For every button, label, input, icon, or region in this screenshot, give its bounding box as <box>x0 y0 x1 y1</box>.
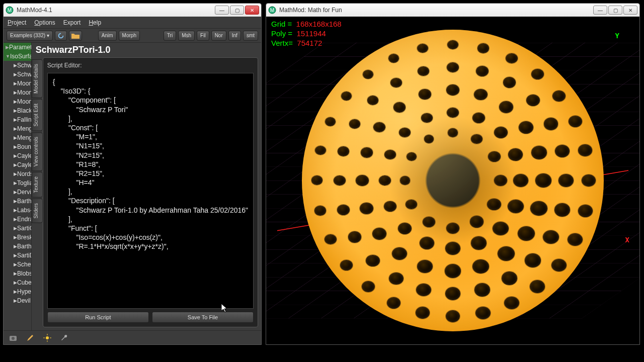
tree-item[interactable]: ▶Schwarz <box>4 61 31 70</box>
wrench-icon[interactable] <box>60 333 69 342</box>
msh-button[interactable]: Msh <box>178 31 195 41</box>
tree-item[interactable]: ▶SartiDodecic <box>4 251 31 260</box>
svg-text:M: M <box>270 8 274 13</box>
close-button[interactable]: ✕ <box>623 6 637 15</box>
save-to-file-button[interactable]: Save To File <box>152 312 254 323</box>
sun-icon[interactable] <box>43 333 52 342</box>
menu-project[interactable]: Project <box>8 19 26 26</box>
examples-dropdown[interactable]: Examples (332) ▾ <box>7 31 53 41</box>
stats-overlay: Grid = 168x168x168 Poly = 1511944 Vertx=… <box>271 20 342 48</box>
side-tab[interactable]: Model details <box>32 59 43 98</box>
tree-item[interactable]: ▶Moon <box>4 79 31 88</box>
tree-item[interactable]: ▶Cayley_2 <box>4 160 31 169</box>
inf-button[interactable]: Inf <box>228 31 241 41</box>
tree-item[interactable]: ▶SartiOctic <box>4 224 31 233</box>
menu-export[interactable]: Export <box>63 19 81 26</box>
minimize-button[interactable]: — <box>593 6 607 15</box>
tree-item[interactable]: ▶FallingDrop <box>4 115 31 124</box>
tree-item[interactable]: ▶Barth-sextic <box>4 197 31 206</box>
titlebar-right[interactable]: M MathMod: Math for Fun — ▢ ✕ <box>266 4 639 17</box>
model-tree[interactable]: ▶Parametric Su…▼IsoSurfaces (1…▶Schwarz▶… <box>4 43 32 330</box>
maximize-button[interactable]: ▢ <box>230 6 244 15</box>
side-tab[interactable]: Script Edit <box>32 99 43 131</box>
run-script-button[interactable]: Run Script <box>47 312 149 323</box>
tree-item[interactable]: ▶BouncingB… <box>4 142 31 151</box>
tree-item[interactable]: ▶Moon2 <box>4 88 31 97</box>
tree-item[interactable]: ▶Dervish <box>4 188 31 197</box>
model-title: SchwarzPTori-1.0 <box>32 43 258 57</box>
tree-item[interactable]: ▶Cayley_1 <box>4 151 31 160</box>
menubar: Project Options Export Help <box>4 17 261 29</box>
menu-options[interactable]: Options <box>34 19 55 26</box>
rendered-surface <box>302 30 604 331</box>
tree-item[interactable]: ▶CubeSphere <box>4 278 31 287</box>
anim-button[interactable]: Anim <box>98 31 117 41</box>
folder-button[interactable] <box>69 31 82 41</box>
x-axis-label: X <box>625 236 629 244</box>
close-button[interactable]: ✕ <box>245 6 259 15</box>
tree-item[interactable]: ▶Breske-No… <box>4 233 31 242</box>
morph-button[interactable]: Morph <box>119 31 140 41</box>
tree-item[interactable]: ▼IsoSurfaces (1… <box>4 52 31 61</box>
tree-item[interactable]: ▶Labs-Septic <box>4 206 31 215</box>
maximize-button[interactable]: ▢ <box>608 6 622 15</box>
app-icon: M <box>268 6 276 14</box>
tree-item[interactable]: ▶Parametric Su… <box>4 43 31 52</box>
3d-viewport[interactable]: Grid = 168x168x168 Poly = 1511944 Vertx=… <box>266 17 639 344</box>
side-tab[interactable]: Sliders <box>32 199 43 223</box>
app-icon: M <box>6 6 14 14</box>
svg-point-4 <box>46 336 49 339</box>
tree-item[interactable]: ▶MengerSp… <box>4 124 31 133</box>
svg-point-3 <box>12 337 15 340</box>
refresh-button[interactable] <box>55 31 67 41</box>
tree-item[interactable]: ▶Moon3 <box>4 97 31 106</box>
window-title: MathMod: Math for Fun <box>279 7 593 14</box>
viewer-window: M MathMod: Math for Fun — ▢ ✕ <box>266 3 640 345</box>
tree-item[interactable]: ▶Blobs <box>4 269 31 278</box>
y-axis-label: Y <box>615 32 619 40</box>
titlebar-left[interactable]: M MathMod-4.1 — ▢ ✕ <box>4 4 261 17</box>
side-tab[interactable]: View controls <box>32 132 43 171</box>
tree-item[interactable]: ▶MengerSp… <box>4 133 31 142</box>
fil-button[interactable]: Fil <box>197 31 209 41</box>
tree-item[interactable]: ▶SchwarzFu… <box>4 70 31 79</box>
tree-item[interactable]: ▶Hyperbolic <box>4 287 31 296</box>
editor-label: Script Editor: <box>47 62 254 69</box>
tri-button[interactable]: Tri <box>164 31 176 41</box>
tree-item[interactable]: ▶Endraß-Octic <box>4 215 31 224</box>
statusbar <box>4 330 261 344</box>
script-editor-panel: Script Editor: { "Iso3D": { "Component":… <box>43 57 258 327</box>
tree-item[interactable]: ▶Devil <box>4 296 31 305</box>
tree-item[interactable]: ▶BlackHole <box>4 106 31 115</box>
minimize-button[interactable]: — <box>215 6 229 15</box>
tree-item[interactable]: ▶Nordstrand <box>4 169 31 178</box>
menu-help[interactable]: Help <box>89 19 101 26</box>
script-textarea[interactable]: { "Iso3D": { "Component": [ "Schwarz P T… <box>47 73 254 309</box>
side-tab[interactable]: Texture <box>32 172 43 198</box>
camera-icon[interactable] <box>9 333 18 342</box>
nor-button[interactable]: Nor <box>211 31 226 41</box>
window-title: MathMod-4.1 <box>17 7 215 14</box>
tree-item[interactable]: ▶Togliatti <box>4 178 31 188</box>
main-window: M MathMod-4.1 — ▢ ✕ Project Options Expo… <box>3 3 262 345</box>
brush-icon[interactable] <box>26 333 35 342</box>
tree-item[interactable]: ▶Scherk <box>4 260 31 269</box>
svg-text:M: M <box>8 8 12 13</box>
smt-button[interactable]: smt <box>243 31 258 41</box>
toolbar: Examples (332) ▾ Anim Morph Tri Msh Fil … <box>4 29 261 43</box>
tree-item[interactable]: ▶Barth-Dedic <box>4 242 31 251</box>
